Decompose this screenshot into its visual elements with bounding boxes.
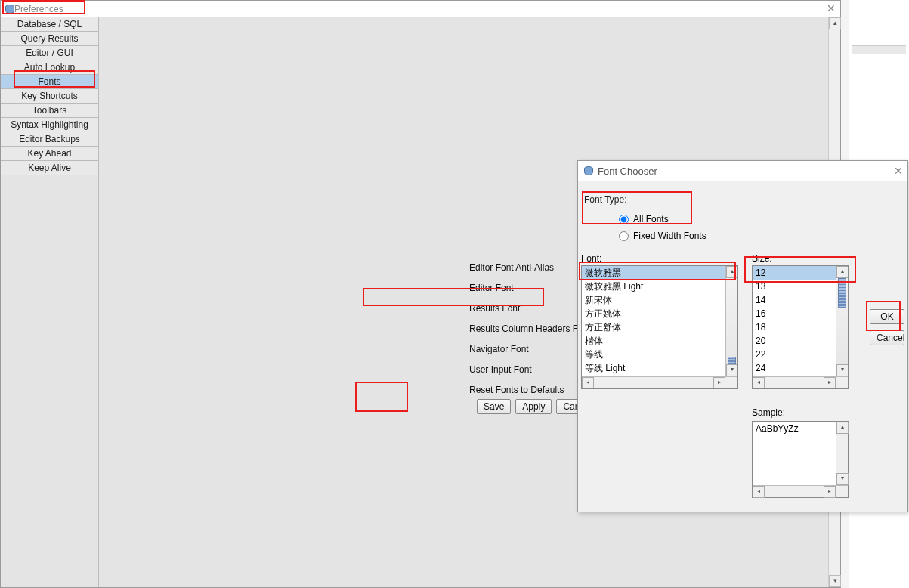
list-item[interactable]: 微软雅黑 Light (582, 280, 737, 293)
sidebar-item-auto-lookup[interactable]: Auto Lookup (1, 60, 98, 75)
sample-text: AaBbYyZz (756, 423, 799, 434)
preferences-title-text: Preferences (14, 4, 63, 14)
preferences-sidebar: Database / SQL Query Results Editor / GU… (1, 17, 99, 587)
sidebar-item-key-ahead[interactable]: Key Ahead (1, 147, 98, 161)
list-item[interactable]: 13 (753, 280, 848, 293)
font-chooser-titlebar: Font Chooser ✕ (578, 161, 907, 181)
font-list-scrollbar-horizontal[interactable]: ◂ ▸ (582, 376, 737, 388)
sidebar-item-syntax-highlighting[interactable]: Syntax Highlighting (1, 118, 98, 132)
scroll-up-icon[interactable]: ▴ (726, 266, 738, 278)
list-item[interactable]: 12 (753, 266, 848, 280)
sidebar-item-query-results[interactable]: Query Results (1, 32, 98, 46)
font-type-radio-group: All Fonts Fixed Width Fonts (619, 211, 706, 244)
scroll-down-icon[interactable]: ▾ (836, 473, 849, 485)
scroll-left-icon[interactable]: ◂ (582, 377, 594, 389)
size-list-scrollbar-vertical[interactable]: ▴ ▾ (836, 266, 848, 376)
scroll-right-icon[interactable]: ▸ (824, 486, 836, 498)
list-item[interactable]: 16 (753, 307, 848, 320)
list-item[interactable]: 20 (753, 334, 848, 348)
sample-scrollbar-vertical[interactable]: ▴ ▾ (836, 422, 848, 485)
sidebar-item-editor-backups[interactable]: Editor Backups (1, 132, 98, 147)
list-item[interactable]: 14 (753, 293, 848, 307)
font-chooser-actions: OK Cancel (870, 309, 904, 345)
size-list-label: Size: (752, 253, 772, 264)
sidebar-item-keep-alive[interactable]: Keep Alive (1, 161, 98, 175)
sample-label: Sample: (752, 407, 785, 418)
radio-fixed-width-fonts[interactable] (619, 231, 629, 241)
sidebar-item-toolbars[interactable]: Toolbars (1, 104, 98, 118)
font-list-label: Font: (581, 253, 601, 264)
scroll-up-icon[interactable]: ▴ (829, 17, 841, 29)
size-list[interactable]: 12 13 14 16 18 20 22 24 ▴ ▾ ◂ ▸ (752, 265, 849, 389)
list-item[interactable]: 方正姚体 (582, 307, 737, 320)
save-button[interactable]: Save (477, 399, 511, 414)
font-list-scrollbar-vertical[interactable]: ▴ ▾ (725, 266, 737, 376)
scroll-thumb[interactable] (838, 278, 846, 308)
sidebar-item-fonts[interactable]: Fonts (1, 75, 98, 89)
preferences-titlebar: Preferences ✕ (1, 1, 840, 17)
sample-scrollbar-horizontal[interactable]: ◂ ▸ (753, 485, 848, 497)
font-chooser-cancel-button[interactable]: Cancel (870, 330, 904, 345)
list-item[interactable]: 22 (753, 348, 848, 361)
apply-button[interactable]: Apply (515, 399, 552, 414)
scroll-up-icon[interactable]: ▴ (836, 266, 849, 278)
close-icon[interactable]: ✕ (827, 2, 836, 14)
radio-all-fonts-row: All Fonts (619, 211, 706, 227)
radio-all-fonts[interactable] (619, 215, 629, 224)
list-item[interactable]: 24 (753, 361, 848, 375)
scroll-down-icon[interactable]: ▾ (836, 364, 849, 376)
radio-all-fonts-label: All Fonts (633, 214, 669, 224)
scroll-left-icon[interactable]: ◂ (753, 486, 765, 498)
scroll-right-icon[interactable]: ▸ (713, 377, 725, 389)
radio-fixed-width-label: Fixed Width Fonts (633, 231, 706, 241)
sidebar-item-database-sql[interactable]: Database / SQL (1, 17, 98, 32)
scroll-down-icon[interactable]: ▾ (726, 364, 738, 376)
font-list[interactable]: 微软雅黑 微软雅黑 Light 新宋体 方正姚体 方正舒体 楷体 等线 等线 L… (581, 265, 738, 389)
scroll-right-icon[interactable]: ▸ (824, 377, 836, 389)
database-icon (583, 166, 593, 176)
font-chooser-window: Font Chooser ✕ Font Type: All Fonts Fixe… (577, 160, 908, 512)
scroll-up-icon[interactable]: ▴ (836, 422, 849, 434)
list-item[interactable]: 等线 Light (582, 361, 737, 375)
scroll-down-icon[interactable]: ▾ (829, 575, 841, 587)
list-item[interactable]: 微软雅黑 (582, 266, 737, 280)
ok-button[interactable]: OK (870, 309, 904, 324)
font-type-label: Font Type: (584, 194, 626, 205)
database-icon (4, 4, 14, 14)
list-item[interactable]: 方正舒体 (582, 320, 737, 334)
background-panel-shade (852, 45, 906, 54)
close-icon[interactable]: ✕ (894, 165, 903, 177)
list-item[interactable]: 等线 (582, 348, 737, 361)
font-chooser-title-text: Font Chooser (598, 166, 657, 177)
scroll-left-icon[interactable]: ◂ (753, 377, 765, 389)
sidebar-item-key-shortcuts[interactable]: Key Shortcuts (1, 89, 98, 104)
list-item[interactable]: 楷体 (582, 334, 737, 348)
size-list-scrollbar-horizontal[interactable]: ◂ ▸ (753, 376, 848, 388)
list-item[interactable]: 新宋体 (582, 293, 737, 307)
list-item[interactable]: 18 (753, 320, 848, 334)
sidebar-item-editor-gui[interactable]: Editor / GUI (1, 46, 98, 60)
sample-box: AaBbYyZz ▴ ▾ ◂ ▸ (752, 421, 849, 498)
font-chooser-body: Font Type: All Fonts Fixed Width Fonts F… (578, 181, 907, 512)
radio-fixed-width-row: Fixed Width Fonts (619, 227, 706, 244)
